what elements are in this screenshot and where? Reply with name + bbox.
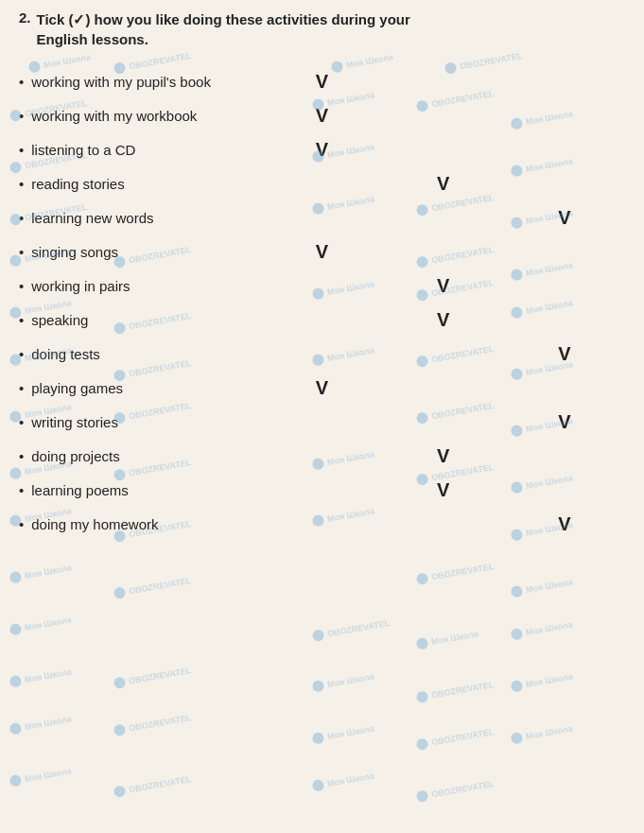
dislike-cell: V <box>504 513 625 535</box>
bullet: • <box>19 346 24 362</box>
activity-label: •learning poems <box>19 482 261 498</box>
table-row: •learning poemsV <box>19 473 625 507</box>
activity-label: •working with my pupil's book <box>19 74 261 90</box>
activity-label: •doing tests <box>19 346 261 362</box>
table-row: •listening to a CDV <box>19 132 625 166</box>
activity-label: •listening to a CD <box>19 142 261 158</box>
like-cell: V <box>261 377 382 399</box>
like-cell: V <box>261 105 382 127</box>
bullet: • <box>19 210 24 226</box>
bullet: • <box>19 312 24 328</box>
activity-label: •speaking <box>19 312 261 328</box>
bullet: • <box>19 516 24 532</box>
bullet: • <box>19 278 24 294</box>
dislike-cell: V <box>504 343 625 365</box>
activity-label: •learning new words <box>19 210 261 226</box>
bullet: • <box>19 244 24 260</box>
ok-cell: V <box>383 309 504 331</box>
activity-label: •doing my homework <box>19 516 261 532</box>
ok-cell: V <box>383 275 504 297</box>
table-row: •singing songsV <box>19 234 625 269</box>
bullet: • <box>19 482 24 498</box>
table-row: •doing testsV <box>19 337 625 371</box>
table-row: •playing gamesV <box>19 371 625 405</box>
like-cell: V <box>261 139 382 161</box>
bullet: • <box>19 448 24 464</box>
question-header: 2. Tick (✓) how you like doing these act… <box>19 9 625 49</box>
bullet: • <box>19 108 24 124</box>
like-cell: V <box>261 71 382 93</box>
table-row: •speakingV <box>19 303 625 337</box>
activity-label: •reading stories <box>19 176 261 192</box>
table-row: •doing projectsV <box>19 439 625 473</box>
dislike-cell: V <box>504 411 625 433</box>
ok-cell: V <box>383 479 504 501</box>
ok-cell: V <box>383 445 504 467</box>
bullet: • <box>19 176 24 192</box>
bullet: • <box>19 74 24 90</box>
bullet: • <box>19 380 24 396</box>
table-row: •learning new wordsV <box>19 200 625 234</box>
bullet: • <box>19 142 24 158</box>
activity-label: •singing songs <box>19 244 261 260</box>
question-number: 2. <box>19 9 31 49</box>
ok-cell: V <box>383 173 504 195</box>
table-row: •working with my workbookV <box>19 98 625 132</box>
activity-label: •working with my workbook <box>19 108 261 124</box>
activity-label: •writing stories <box>19 414 261 430</box>
bullet: • <box>19 414 24 430</box>
table-row: •reading storiesV <box>19 166 625 200</box>
activities-table: •working with my pupil's bookV•working w… <box>19 64 625 541</box>
like-cell: V <box>261 241 382 263</box>
activity-label: •working in pairs <box>19 278 261 294</box>
table-row: •doing my homeworkV <box>19 507 625 541</box>
dislike-cell: V <box>504 207 625 229</box>
table-row: •writing storiesV <box>19 405 625 439</box>
table-row: •working with my pupil's bookV <box>19 64 625 98</box>
question-text: Tick (✓) how you like doing these activi… <box>37 9 462 49</box>
activity-label: •doing projects <box>19 448 261 464</box>
activity-label: •playing games <box>19 380 261 396</box>
page-container: 2. Tick (✓) how you like doing these act… <box>0 0 644 550</box>
table-row: •working in pairsV <box>19 269 625 303</box>
